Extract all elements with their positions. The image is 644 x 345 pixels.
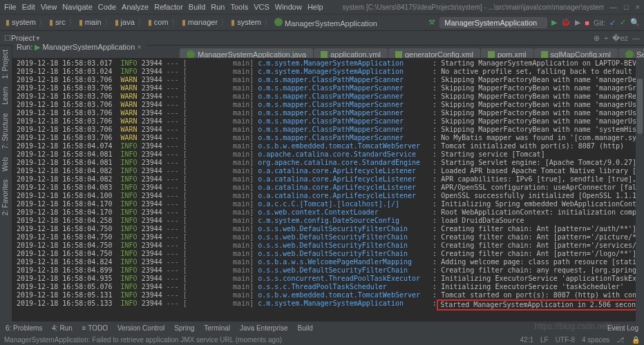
breadcrumb-ManagerSystemApplication[interactable]: ManagerSystemApplication xyxy=(273,18,379,28)
log-line: 2019-12-18 16:58:04.082 INFO 23944 --- [… xyxy=(17,175,640,184)
log-line: 2019-12-18 16:58:04.081 INFO 23944 --- [… xyxy=(17,159,640,167)
menu-file[interactable]: File xyxy=(4,3,17,11)
search-icon[interactable]: 🔍 xyxy=(630,18,640,27)
log-line: 2019-12-18 16:58:04.750 INFO 23944 --- [… xyxy=(17,241,640,250)
tool-Terminal[interactable]: Terminal xyxy=(204,324,230,332)
sidetab-7--Structure[interactable]: 7: Structure xyxy=(0,109,10,153)
tool-6--Problems[interactable]: 6: Problems xyxy=(6,324,42,332)
run-config-combo[interactable]: ManagerSystemApplication xyxy=(439,17,547,28)
breadcrumb-main[interactable]: ▮ main xyxy=(77,18,103,27)
run-tab-label[interactable]: ManagerSystemApplication xyxy=(42,43,135,51)
line-separator[interactable]: LF xyxy=(540,336,549,344)
left-tool-stripe: 1: ProjectLearn7: StructureWeb2: Favorit… xyxy=(0,46,12,335)
breadcrumb-system[interactable]: ▮ system xyxy=(4,18,37,27)
log-line: 2019-12-18 16:58:04.170 INFO 23944 --- [… xyxy=(17,200,640,208)
tool-4--Run[interactable]: 4: Run xyxy=(52,324,72,332)
log-line: 2019-12-18 16:58:04.750 INFO 23944 --- [… xyxy=(17,225,640,233)
collapse-icon[interactable]: ÷ xyxy=(604,34,608,43)
log-line: 2019-12-18 16:58:03.024 INFO 23944 --- [… xyxy=(17,68,640,76)
log-line: 2019-12-18 16:58:03.706 WARN 23944 --- [… xyxy=(17,76,640,84)
log-line: 2019-12-18 16:58:03.706 WARN 23944 --- [… xyxy=(17,117,640,126)
coverage-icon[interactable]: ▶ xyxy=(575,18,580,27)
menu-help[interactable]: Help xyxy=(307,3,323,11)
caret-position[interactable]: 42:1 xyxy=(520,336,533,344)
menu-run[interactable]: Run xyxy=(211,3,225,11)
menu-code[interactable]: Code xyxy=(98,3,116,11)
log-line: 2019-12-18 16:58:04.750 INFO 23944 --- [… xyxy=(17,233,640,241)
settings-icon[interactable]: �ez xyxy=(612,34,628,43)
hide-icon[interactable]: — xyxy=(632,34,640,43)
status-bar: ManagerSystemApplication: Failed to retr… xyxy=(0,335,644,345)
breadcrumb-com[interactable]: ▮ com xyxy=(146,18,170,27)
log-line: 2019-12-18 16:58:05.131 INFO 23944 --- [… xyxy=(17,291,640,299)
menu-window[interactable]: Window xyxy=(275,3,302,11)
log-line: 2019-12-18 16:58:04.074 INFO 23944 --- [… xyxy=(17,142,640,150)
breadcrumb-java[interactable]: ▮ java xyxy=(113,18,136,27)
status-message: ManagerSystemApplication: Failed to retr… xyxy=(4,336,282,344)
menu-analyze[interactable]: Analyze xyxy=(122,3,149,11)
run-toolwindow-header: Run: ▶ ManagerSystemApplication × xyxy=(12,41,146,53)
log-line: 2019-12-18 16:58:04.824 INFO 23944 --- [… xyxy=(17,258,640,266)
debug-icon[interactable]: 🐞 xyxy=(561,18,571,27)
menu-build[interactable]: Build xyxy=(189,3,205,11)
scrollbar-thumb[interactable] xyxy=(637,79,643,134)
log-line: 2019-12-18 16:58:03.706 WARN 23944 --- [… xyxy=(17,101,640,109)
menu-bar: FileEditViewNavigateCodeAnalyzeRefactorB… xyxy=(0,0,644,14)
tool-Version-Control[interactable]: Version Control xyxy=(117,324,164,332)
git-branch-icon[interactable]: ⎇ xyxy=(616,336,625,344)
breadcrumb-system[interactable]: ▮ system xyxy=(229,18,263,27)
stop-icon[interactable]: ■ xyxy=(585,19,589,27)
log-line: 2019-12-18 16:58:04.750 INFO 23944 --- [… xyxy=(17,250,640,258)
menu-view[interactable]: View xyxy=(41,3,57,11)
log-line: 2019-12-18 16:58:03.706 WARN 23944 --- [… xyxy=(17,126,640,134)
sidetab-Web[interactable]: Web xyxy=(0,153,10,175)
project-dropdown-icon[interactable]: ☐ xyxy=(4,34,11,43)
maximize-icon[interactable]: □ xyxy=(624,3,629,11)
menu-refactor[interactable]: Refactor xyxy=(154,3,183,11)
watermark: https://blog.csdn.net/qq_... xyxy=(534,322,632,331)
log-line: 2019-12-18 16:58:03.706 WARN 23944 --- [… xyxy=(17,109,640,117)
log-line: 2019-12-18 16:58:03.017 INFO 23944 --- [… xyxy=(17,59,640,68)
log-line: 2019-12-18 16:58:03.706 WARN 23944 --- [… xyxy=(17,134,640,142)
menu-vcs[interactable]: VCS xyxy=(254,3,269,11)
menu-edit[interactable]: Edit xyxy=(22,3,35,11)
log-line: 2019-12-18 16:58:04.082 INFO 23944 --- [… xyxy=(17,167,640,175)
log-line: 2019-12-18 16:58:04.083 INFO 23944 --- [… xyxy=(17,184,640,192)
menu-navigate[interactable]: Navigate xyxy=(62,3,92,11)
run-icon[interactable]: ▶ xyxy=(551,18,557,27)
indent[interactable]: 4 spaces xyxy=(582,336,609,344)
tool-≡-TODO[interactable]: ≡ TODO xyxy=(82,324,108,332)
log-line: 2019-12-18 16:58:04.258 INFO 23944 --- [… xyxy=(17,217,640,225)
build-icon[interactable]: ⚒ xyxy=(428,18,435,27)
sidetab-2--Favorites[interactable]: 2: Favorites xyxy=(0,175,10,219)
close-icon[interactable]: × xyxy=(636,3,640,11)
log-line: 2019-12-18 16:58:03.706 WARN 23944 --- [… xyxy=(17,92,640,101)
log-line: 2019-12-18 16:58:05.133 INFO 23944 --- [… xyxy=(17,299,640,310)
log-line: 2019-12-18 16:58:04.081 INFO 23944 --- [… xyxy=(17,150,640,159)
log-line: 2019-12-18 16:58:04.170 INFO 23944 --- [… xyxy=(17,208,640,217)
git-update-icon[interactable]: ↙ xyxy=(609,18,616,27)
encoding[interactable]: UTF-8 xyxy=(556,336,575,344)
window-title: system [C:\Users\84175\IdeaProjects\syst… xyxy=(343,3,604,11)
tool-Spring[interactable]: Spring xyxy=(174,324,194,332)
select-opened-icon[interactable]: ⊕ xyxy=(594,34,600,43)
log-line: 2019-12-18 16:58:04.935 INFO 23944 --- [… xyxy=(17,275,640,283)
log-line: 2019-12-18 16:58:04.100 INFO 23944 --- [… xyxy=(17,192,640,200)
log-line: 2019-12-18 16:58:03.706 WARN 23944 --- [… xyxy=(17,84,640,92)
console-output: 2019-12-18 16:58:03.017 INFO 23944 --- [… xyxy=(12,58,644,322)
log-line: 2019-12-18 16:58:04.899 INFO 23944 --- [… xyxy=(17,266,640,275)
sidetab-1--Project[interactable]: 1: Project xyxy=(0,46,10,83)
scrollbar-vertical[interactable] xyxy=(636,58,644,322)
lock-icon[interactable]: 🔒 xyxy=(632,336,640,344)
close-icon[interactable]: × xyxy=(137,43,141,51)
git-commit-icon[interactable]: ✓ xyxy=(620,18,626,27)
tool-Java-Enterprise[interactable]: Java Enterprise xyxy=(240,324,287,332)
tool-Build[interactable]: Build xyxy=(298,324,313,332)
minimize-icon[interactable]: — xyxy=(609,3,617,11)
git-label: Git: xyxy=(594,19,605,27)
sidetab-Learn[interactable]: Learn xyxy=(0,83,10,109)
menu-tools[interactable]: Tools xyxy=(230,3,248,11)
breadcrumb-src[interactable]: ▮ src xyxy=(48,18,67,27)
breadcrumb-manager[interactable]: ▮ manager xyxy=(180,18,219,27)
navigation-toolbar: ▮ system〉▮ src〉▮ main〉▮ java〉▮ com〉▮ man… xyxy=(0,14,644,30)
